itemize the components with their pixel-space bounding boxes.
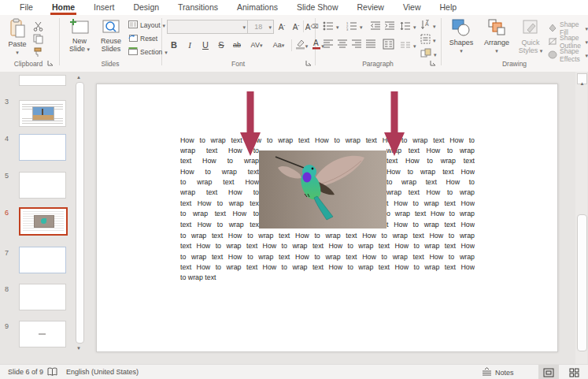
canvas-scroll-up-button[interactable] — [577, 73, 587, 84]
quick-styles-button[interactable]: Quick Styles — [516, 18, 545, 54]
down-arrow-shape-left[interactable] — [240, 91, 261, 156]
text-line: text How to wrap — [180, 156, 259, 166]
change-case-button[interactable]: Aa — [269, 39, 288, 51]
font-name-combobox[interactable] — [167, 20, 248, 34]
slide-thumbnail-3[interactable] — [19, 100, 66, 127]
notes-icon — [482, 367, 492, 377]
slide-thumbnail-9[interactable] — [19, 321, 66, 347]
copy-icon[interactable] — [33, 34, 43, 46]
align-center-icon[interactable] — [337, 39, 348, 50]
bold-button[interactable]: B — [167, 39, 181, 51]
text-highlight-button[interactable] — [293, 39, 310, 51]
character-spacing-button[interactable]: AV — [247, 39, 266, 51]
align-text-button[interactable] — [420, 34, 436, 46]
text-line: to wrap text How to — [386, 177, 475, 188]
chevron-down-icon — [260, 41, 263, 49]
align-left-icon[interactable] — [323, 39, 334, 50]
section-button[interactable]: Section — [128, 47, 168, 57]
paragraph-group-label: Paragraph — [315, 60, 441, 68]
editor-canvas: 3 4 5 6 7 8 9 — [0, 72, 588, 364]
shape-fill-icon — [548, 24, 557, 34]
format-painter-icon[interactable] — [33, 47, 43, 59]
down-arrow-shape-right[interactable] — [384, 91, 405, 156]
font-dialog-launcher[interactable] — [305, 60, 312, 67]
slide-number-selected: 6 — [5, 209, 9, 217]
align-right-icon[interactable] — [351, 39, 362, 50]
underline-button[interactable]: U — [198, 39, 213, 51]
columns-icon[interactable] — [383, 39, 394, 51]
tab-file[interactable]: File — [10, 1, 43, 14]
new-slide-icon — [69, 18, 90, 37]
layout-button[interactable]: Layout — [128, 20, 165, 30]
reset-button[interactable]: Reset — [128, 34, 157, 43]
strikethrough-ab-button[interactable]: ab — [230, 39, 244, 51]
tab-animations[interactable]: Animations — [227, 1, 287, 14]
font-size-combobox[interactable]: 18 — [247, 20, 274, 34]
sidebar-scrollbar-thumb[interactable] — [76, 82, 84, 344]
strikethrough-button[interactable]: S — [214, 39, 228, 51]
tab-transitions[interactable]: Transitions — [168, 1, 227, 14]
arrange-button[interactable]: Arrange — [480, 18, 513, 54]
slide-thumbnail-8[interactable] — [19, 284, 66, 310]
slide-sorter-view-button[interactable] — [564, 365, 584, 379]
slide-thumbnail-5[interactable] — [19, 172, 66, 199]
thumbnail-photo — [32, 106, 54, 121]
shapes-button[interactable]: Shapes — [446, 18, 477, 54]
new-slide-button[interactable]: New Slide — [65, 18, 94, 53]
slide-editing-area[interactable]: How to wrap text How to wrap text How to… — [96, 84, 558, 352]
text-line: How to wrap text — [180, 167, 259, 177]
hummingbird-image[interactable] — [259, 150, 386, 229]
cut-icon[interactable] — [33, 21, 43, 33]
convert-to-smartart-button[interactable] — [420, 48, 437, 60]
slide-thumbnail-4[interactable] — [19, 134, 66, 161]
tab-review[interactable]: Review — [348, 1, 394, 14]
reuse-slides-button[interactable]: Reuse Slides — [96, 18, 126, 53]
text-line: text How to wrap tex — [180, 220, 259, 230]
decrease-indent-icon[interactable] — [370, 21, 381, 32]
chevron-down-icon — [16, 48, 19, 56]
decrease-font-size-button[interactable]: Aˇ — [289, 20, 303, 33]
sidebar-scroll-down-icon[interactable] — [76, 346, 81, 351]
tab-help[interactable]: Help — [431, 1, 467, 14]
slide-number: 9 — [5, 322, 9, 330]
align-text-icon — [420, 34, 431, 46]
chevron-down-icon — [540, 46, 543, 54]
tab-view[interactable]: View — [394, 1, 431, 14]
paragraph-dialog-launcher[interactable] — [430, 60, 437, 67]
slide-counter[interactable]: Slide 6 of 9 — [8, 368, 43, 376]
slide-thumbnail-2[interactable] — [19, 75, 66, 86]
powerpoint-window: File Home Insert Design Transitions Anim… — [0, 0, 588, 379]
text-direction-button[interactable]: A — [420, 20, 436, 32]
increase-indent-icon[interactable] — [384, 21, 395, 32]
notes-button[interactable]: Notes — [482, 365, 514, 379]
bullets-button[interactable] — [323, 21, 339, 32]
sidebar-scroll-up-icon[interactable] — [76, 75, 81, 80]
tab-insert[interactable]: Insert — [84, 1, 124, 14]
add-remove-columns-button[interactable] — [400, 41, 416, 50]
normal-view-button[interactable] — [538, 365, 559, 379]
tab-slideshow[interactable]: Slide Show — [287, 1, 348, 14]
slide-thumbnail-7[interactable] — [19, 247, 66, 273]
layout-icon — [128, 20, 138, 30]
slide-number: 8 — [5, 285, 9, 293]
text-bottom-block: to wrap text How to wrap text How to wra… — [180, 231, 475, 284]
slide-thumbnail-6-selected[interactable] — [19, 207, 68, 236]
text-line: to wrap text How to — [180, 209, 259, 219]
line-spacing-button[interactable] — [400, 21, 416, 32]
tab-home[interactable]: Home — [43, 1, 84, 14]
increase-font-size-button[interactable]: Aˆ — [275, 20, 289, 33]
chevron-down-icon — [413, 42, 416, 50]
paste-button[interactable]: Paste — [5, 18, 30, 56]
language-indicator[interactable]: English (United States) — [66, 368, 139, 376]
justify-icon[interactable] — [365, 39, 376, 50]
clear-formatting-button[interactable]: A⌫ — [305, 20, 319, 33]
clipboard-dialog-launcher[interactable] — [47, 60, 54, 67]
numbering-button[interactable]: 123 — [346, 21, 363, 32]
slide-number: 3 — [5, 98, 9, 106]
canvas-scrollbar-thumb[interactable] — [577, 214, 587, 351]
reuse-slides-icon — [101, 18, 121, 37]
italic-button[interactable]: I — [183, 39, 197, 51]
spellcheck-book-icon[interactable] — [47, 367, 57, 378]
tab-design[interactable]: Design — [124, 1, 168, 14]
numbering-icon: 123 — [346, 21, 357, 32]
